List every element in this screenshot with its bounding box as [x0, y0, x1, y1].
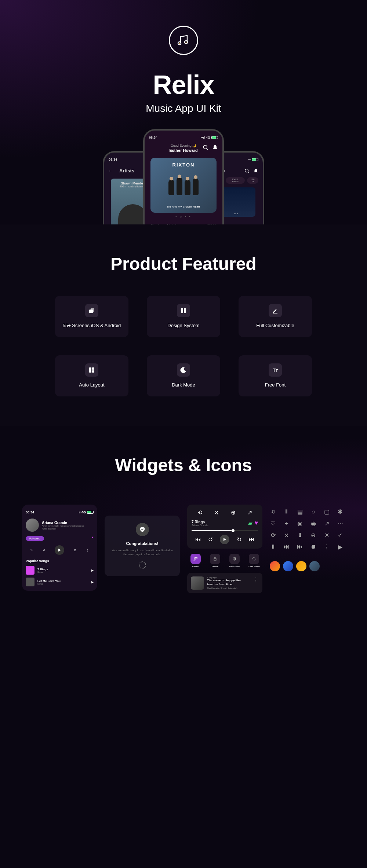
swatch-orange	[296, 561, 306, 571]
back-15-icon[interactable]: ↺	[208, 536, 213, 543]
spinner-icon	[139, 561, 146, 569]
bell-icon[interactable]	[253, 168, 258, 173]
user-icon: ◉	[310, 520, 317, 527]
mode-label: Private	[212, 565, 219, 568]
progress-bar[interactable]	[192, 530, 258, 531]
shuffle-icon[interactable]: ⤨	[43, 549, 45, 552]
view-all-link[interactable]: View All	[206, 223, 216, 224]
share-icon[interactable]: ↗	[247, 509, 252, 516]
signal-icon: ıl 4G	[79, 510, 86, 514]
svg-rect-13	[89, 367, 91, 373]
song-thumb	[26, 578, 34, 586]
featured-album-card[interactable]: RIXTON Me And My Broken Heart	[150, 158, 217, 213]
search-icon[interactable]	[244, 168, 250, 173]
featured-heading: Featured List	[151, 223, 177, 224]
design-system-icon	[177, 304, 190, 317]
font-icon: Tт	[269, 363, 282, 377]
follow-button[interactable]: Following	[26, 536, 44, 541]
greeting-label: Good Evening	[171, 144, 192, 147]
svg-point-20	[252, 557, 255, 560]
data-saver-icon[interactable]	[249, 554, 259, 564]
podcast-sub: The Demeter Show | Episode 1	[207, 587, 250, 589]
play-icon[interactable]: ▶	[91, 569, 94, 572]
features-section: Product Featured 55+ Screens iOS & Andro…	[0, 224, 367, 426]
feature-label: Dark Mode	[172, 382, 195, 388]
shuffle-icon[interactable]: ⤨	[214, 509, 219, 516]
chat-icon[interactable]: ▰	[248, 520, 252, 527]
play-button[interactable]	[220, 535, 229, 544]
dark-mode-icon[interactable]	[229, 554, 240, 564]
minus-icon: ⊖	[310, 532, 317, 538]
song-title: Let Me Love You	[37, 579, 88, 583]
dots-v-icon: ⋮	[323, 543, 330, 550]
repeat-icon[interactable]: ⟲	[197, 509, 202, 516]
features-heading: Product Featured	[37, 254, 330, 274]
more-icon[interactable]: ⋮	[86, 549, 89, 552]
feature-label: Free Font	[265, 382, 286, 388]
congrats-body: Your account is ready to use. You will b…	[110, 549, 175, 556]
play-button[interactable]	[55, 545, 64, 555]
album-subtitle: Me And My Broken Heart	[167, 205, 200, 208]
song-row[interactable]: Let Me Love You Song ▶	[26, 578, 94, 586]
play-icon[interactable]: ▶	[91, 581, 94, 584]
time-label: 08:34	[149, 136, 157, 139]
feature-label: Auto Layout	[79, 382, 104, 388]
feature-auto-layout: Auto Layout	[55, 355, 128, 396]
bell-icon[interactable]	[212, 144, 218, 150]
feature-label: 55+ Screens iOS & Android	[63, 322, 121, 329]
phone-mockups: 08:34 •• ← Artists Shawn Mendes 400m mon…	[0, 129, 367, 224]
product-title: Relix	[0, 70, 367, 100]
heart-icon[interactable]: ♥	[92, 536, 94, 539]
skip-icon: ⏭	[283, 543, 290, 550]
rewind-icon[interactable]: ⏮	[195, 536, 201, 543]
icon-grid: ♫ ⫴ ▤ ⌕ ▢ ✱ ♡ ＋ ◉ ◉ ↗ ⋯ ⟳ ⤨ ⬇ ⊖ ✕ ✓ ⏸ ⏭	[270, 505, 345, 554]
more-icon[interactable]: ⋮	[253, 576, 259, 590]
private-icon[interactable]	[210, 554, 220, 564]
battery-icon	[211, 136, 218, 139]
forward-15-icon[interactable]: ↻	[237, 536, 241, 543]
feature-dark-mode: Dark Mode	[147, 355, 220, 396]
podcast-thumb	[191, 576, 204, 590]
repeat-icon: ⟳	[270, 532, 276, 538]
podcast-title: The secret to happy life-lessons from 8 …	[207, 579, 250, 586]
screens-icon	[85, 304, 98, 317]
player-widget: ⟲ ⤨ ⊕ ↗ 7 Rings Ariana Grande ▰ ♥	[187, 505, 262, 549]
podcast-card[interactable]: 1 day ago The secret to happy life-lesso…	[187, 573, 262, 593]
product-subtitle: Music App UI Kit	[0, 103, 367, 114]
carousel-dots[interactable]: • ○ • •	[149, 215, 218, 219]
like-icon[interactable]: ♡	[30, 549, 33, 552]
svg-rect-10	[181, 308, 183, 313]
hero-section: Relix Music App UI Kit 08:34 •• ← Artist…	[0, 0, 367, 224]
chip-lofi[interactable]: LO-FI	[247, 177, 258, 184]
heart-icon: ♡	[270, 520, 276, 527]
feature-screens: 55+ Screens iOS & Android	[55, 296, 128, 337]
swatch-red	[270, 561, 280, 571]
song-row[interactable]: 7 Rings Song ▶	[26, 566, 94, 575]
popular-heading: Popular Songs	[26, 559, 94, 563]
network-label: 4G	[206, 136, 210, 139]
album-title: RIXTON	[172, 162, 195, 168]
heart-icon[interactable]: ♥	[255, 520, 258, 527]
artist-name: Ariana Grande	[42, 521, 94, 525]
search-icon[interactable]	[203, 144, 208, 150]
forward-icon[interactable]: ⏭	[248, 536, 254, 543]
color-swatches	[270, 561, 345, 571]
voice-icon: ⏺	[310, 543, 317, 550]
close-icon: ✕	[323, 532, 330, 538]
widgets-section: Widgets & Icons 08:34 ıl 4G Ariana Grand…	[0, 426, 367, 593]
artist-listeners: 400m listeners	[42, 528, 94, 530]
pause-icon: ⏸	[270, 543, 276, 550]
svg-rect-9	[91, 308, 94, 312]
add-icon[interactable]: ⊕	[231, 509, 236, 516]
song-thumb	[26, 566, 34, 575]
add-icon[interactable]: ⊕	[74, 549, 76, 552]
svg-rect-18	[214, 558, 216, 560]
edit-icon	[269, 304, 282, 317]
layout-icon	[85, 363, 98, 377]
offline-icon[interactable]	[190, 554, 201, 564]
artist-avatar[interactable]	[26, 519, 39, 532]
chip-chill[interactable]: CHILL VIBES	[226, 177, 245, 184]
check-icon: ✓	[337, 532, 344, 538]
mode-label: Data Saver	[248, 565, 259, 568]
back-icon[interactable]: ←	[109, 169, 112, 173]
